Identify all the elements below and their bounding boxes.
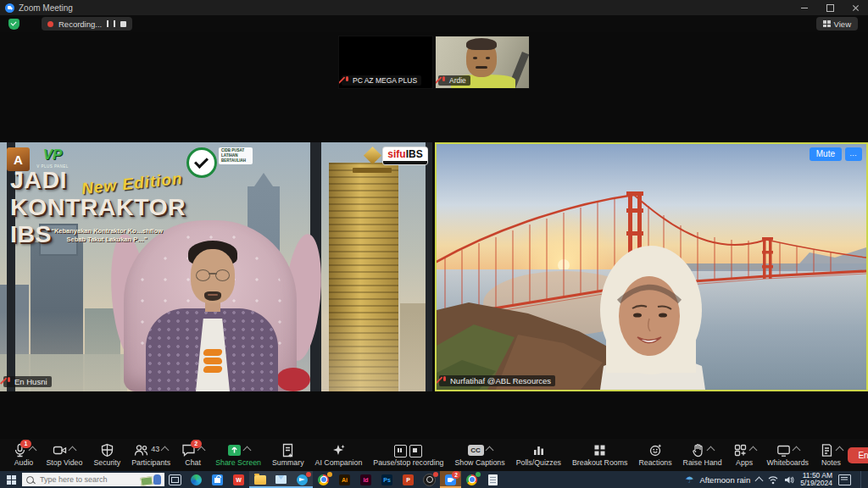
raise-hand-button[interactable]: Raise Hand [677, 439, 727, 471]
minimize-button[interactable] [792, 0, 817, 15]
video-tile-nurfatihaf[interactable]: Mute … Nurfatihaf @ABL Resources [435, 142, 868, 391]
taskbar-chrome-profile[interactable] [461, 471, 482, 488]
taskbar-search[interactable] [22, 473, 164, 486]
sparkle-icon [331, 443, 346, 458]
weather-label[interactable]: Afternoon rain [699, 475, 750, 485]
action-center-icon[interactable] [838, 474, 851, 485]
view-label: View [834, 19, 851, 29]
taskbar-file-explorer[interactable] [249, 471, 270, 488]
volume-icon[interactable] [784, 475, 794, 485]
recording-label: Recording... [58, 19, 102, 29]
search-input[interactable] [38, 474, 120, 485]
chevron-up-icon[interactable] [161, 446, 170, 455]
shield-icon [100, 443, 114, 458]
chevron-up-icon[interactable] [792, 446, 800, 455]
network-icon[interactable] [768, 475, 778, 485]
taskbar-powerpoint[interactable]: P [398, 471, 419, 488]
notes-button[interactable]: Notes [814, 439, 848, 471]
indesign-icon: Id [360, 474, 371, 485]
chevron-up-icon[interactable] [485, 446, 493, 455]
view-button[interactable]: View [816, 17, 858, 30]
stop-recording-icon[interactable] [120, 21, 126, 27]
close-button[interactable] [843, 0, 868, 15]
taskbar-wps[interactable]: W [228, 471, 249, 488]
more-options-button[interactable]: … [845, 147, 862, 161]
show-captions-button[interactable]: CC Show Captions [449, 439, 510, 471]
notification-dot [306, 472, 311, 477]
taskbar-clock[interactable]: 11:50 AM 5/19/2024 [800, 472, 832, 488]
pause-recording-icon[interactable] [107, 20, 115, 27]
wps-icon: W [233, 474, 244, 485]
muted-mic-icon [6, 377, 12, 385]
summary-icon [281, 443, 295, 458]
video-tile-en-husni[interactable]: A VP V PLUS PANEL JADI KONTRAKTOR IBS Ne… [0, 142, 432, 391]
file-explorer-icon [254, 475, 266, 485]
taskbar-photoshop[interactable]: Ps [376, 471, 398, 488]
chevron-up-icon[interactable] [242, 446, 251, 455]
share-screen-icon [227, 443, 242, 458]
taskbar-zoom[interactable]: 2 [440, 471, 461, 488]
security-button[interactable]: Security [88, 439, 126, 471]
whiteboards-button[interactable]: Whiteboards [761, 439, 814, 471]
stop-video-button[interactable]: Stop Video [41, 439, 88, 471]
notification-dot [433, 472, 438, 477]
view-grid-icon [823, 20, 831, 27]
taskbar-illustrator[interactable]: Ai [334, 471, 355, 488]
taskbar-mail[interactable] [270, 471, 292, 488]
video-thumbnail-ardie[interactable]: Ardie [435, 36, 530, 89]
taskbar-obs[interactable] [419, 471, 440, 488]
search-highlight-illustration [141, 474, 163, 485]
cc-icon: CC [468, 445, 484, 456]
video-thumbnail-pc-az-mega-plus[interactable]: PC AZ MEGA PLUS [338, 36, 433, 89]
hidden-icons-chevron[interactable] [755, 476, 764, 485]
powerpoint-icon: P [403, 474, 414, 485]
shirt-logo [203, 349, 222, 374]
chat-button[interactable]: 2 Chat [176, 439, 210, 471]
taskbar-indesign[interactable]: Id [355, 471, 376, 488]
taskbar-notepad[interactable] [482, 471, 504, 488]
photoshop-icon: Ps [381, 474, 392, 485]
chevron-up-icon[interactable] [748, 446, 757, 455]
breakout-rooms-button[interactable]: Breakout Rooms [566, 439, 633, 471]
start-button[interactable] [0, 471, 22, 488]
recording-dot-icon [47, 21, 53, 27]
store-icon [212, 474, 223, 485]
maximize-button[interactable] [817, 0, 843, 15]
window-title: Zoom Meeting [19, 3, 73, 13]
pause-stop-recording-button[interactable]: Pause/stop recording [368, 439, 449, 471]
participants-button[interactable]: 43 Participants [126, 439, 176, 471]
ai-companion-button[interactable]: AI Companion [309, 439, 368, 471]
overlay-subtitle: “Kebanyakan Kontraktor Ko…shflow Sebab T… [39, 227, 175, 244]
whiteboard-icon [776, 443, 791, 458]
taskbar-telegram[interactable] [292, 471, 313, 488]
weather-icon[interactable]: ☂ [686, 475, 694, 485]
window-titlebar: Zoom Meeting [0, 0, 868, 15]
chevron-up-icon[interactable] [69, 446, 77, 455]
mute-participant-button[interactable]: Mute [810, 147, 842, 161]
taskbar-edge[interactable] [186, 471, 207, 488]
end-meeting-button[interactable]: End [848, 447, 868, 463]
encryption-shield-icon[interactable] [8, 19, 19, 30]
chevron-up-icon[interactable] [707, 446, 715, 455]
breakout-grid-icon [593, 443, 607, 458]
reactions-button[interactable]: Reactions [633, 439, 677, 471]
participant-eyes [473, 57, 490, 59]
show-desktop-button[interactable] [860, 471, 865, 488]
search-icon [26, 476, 34, 484]
task-view-button[interactable] [164, 471, 186, 488]
notepad-icon [488, 474, 498, 485]
notification-dot [327, 472, 332, 477]
summary-button[interactable]: Summary [266, 439, 309, 471]
chevron-up-icon[interactable] [836, 446, 844, 455]
participants-count: 43 [151, 445, 159, 453]
thumbnail-strip: PC AZ MEGA PLUS Ardie [0, 36, 868, 89]
taskbar-chrome[interactable] [313, 471, 334, 488]
share-screen-button[interactable]: Share Screen [210, 439, 267, 471]
vp-logo-glyph: VP [36, 146, 70, 164]
bar-chart-icon [531, 443, 546, 458]
taskbar-store[interactable] [207, 471, 228, 488]
participant-name-chip: En Husni [3, 376, 52, 388]
audio-button[interactable]: 1 Audio [7, 439, 41, 471]
polls-quizzes-button[interactable]: Polls/Quizzes [510, 439, 566, 471]
apps-button[interactable]: Apps [727, 439, 761, 471]
